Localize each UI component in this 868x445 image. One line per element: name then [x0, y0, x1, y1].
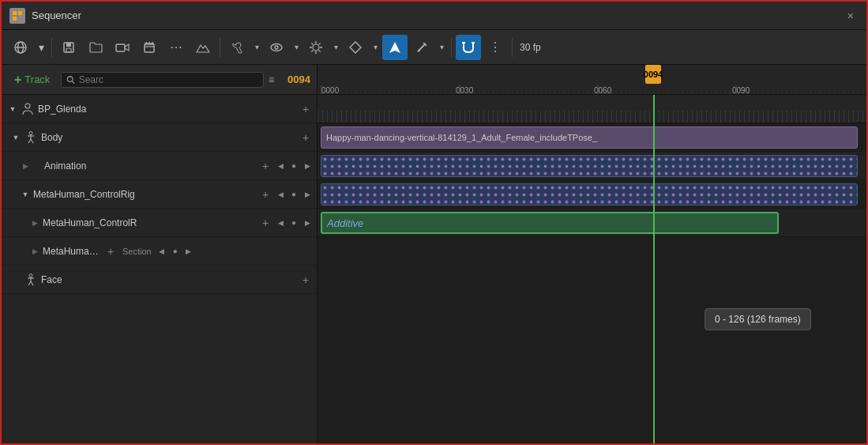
- track-row-body[interactable]: ▼ Body +: [2, 123, 317, 152]
- eye-dropdown[interactable]: ▾: [291, 35, 302, 60]
- sparkle-button[interactable]: [303, 35, 329, 60]
- clip-animation[interactable]: Happy-man-dancing-vertical-814129_1_Adul…: [321, 126, 858, 149]
- frame-counter: 0094: [279, 74, 310, 85]
- track-list-panel: + Track ≡ 0094 ▼ BP_Glenda +: [2, 65, 318, 445]
- track-row-mhcr2[interactable]: ▶ MetaHuman_ControlR + ◀ ● ▶: [2, 209, 317, 237]
- terrain-button[interactable]: [190, 35, 216, 60]
- add-btn-mhcr2[interactable]: +: [257, 215, 273, 231]
- svg-line-43: [31, 139, 33, 143]
- title-bar: Sequencer ×: [2, 2, 866, 30]
- tooltip-text: 0 - 126 (126 frames): [715, 314, 801, 325]
- svg-marker-30: [350, 42, 361, 53]
- dot-mhcr2[interactable]: ●: [287, 217, 300, 229]
- clip-controlrig[interactable]: [321, 155, 858, 177]
- diamond-button[interactable]: [343, 35, 368, 60]
- add-btn-animation[interactable]: +: [257, 158, 273, 174]
- dot-mhcr[interactable]: ●: [287, 188, 300, 201]
- pen-dropdown[interactable]: ▾: [436, 35, 447, 60]
- track-label-mhcr: MetaHuman_ControlRig: [30, 189, 257, 200]
- globe-dropdown-button[interactable]: ▾: [35, 35, 47, 60]
- mhco-mini-btns: + Section ◀ ● ▶: [103, 243, 195, 259]
- search-icon: [66, 75, 75, 85]
- playhead-number: 0094: [644, 70, 663, 79]
- svg-line-28: [319, 43, 321, 44]
- track-label-animation: Animation: [30, 160, 257, 172]
- playhead-marker[interactable]: 0094: [645, 65, 661, 84]
- add-btn-bp-glenda[interactable]: +: [298, 101, 314, 117]
- svg-point-44: [29, 273, 32, 277]
- add-btn-body[interactable]: +: [298, 130, 314, 145]
- svg-point-36: [68, 76, 73, 81]
- svg-marker-31: [389, 42, 400, 53]
- timeline-body[interactable]: Happy-man-dancing-vertical-814129_1_Adul…: [318, 95, 866, 445]
- svg-line-27: [319, 50, 321, 51]
- track-toolbar: + Track ≡ 0094: [2, 65, 317, 95]
- add-btn-face[interactable]: +: [298, 272, 314, 288]
- more-button-1[interactable]: ⋯: [163, 35, 189, 60]
- eye-button[interactable]: [264, 35, 289, 60]
- expand-icon-mhcr2: ▶: [30, 218, 39, 228]
- sep1: [51, 38, 52, 57]
- clip-additive[interactable]: Additive: [321, 212, 779, 234]
- svg-point-38: [25, 104, 30, 108]
- timeline-ruler[interactable]: 0094 0000 0030 0060 0090 0120: [318, 65, 866, 95]
- arrow-left-mhcr2[interactable]: ◀: [274, 217, 287, 229]
- arrow-right-mhcr[interactable]: ▶: [301, 188, 314, 201]
- add-track-button[interactable]: + Track: [8, 70, 56, 90]
- arrow-left-animation[interactable]: ◀: [274, 160, 287, 172]
- track-label-mhco: MetaHuman_Co: [39, 246, 103, 257]
- dot-animation[interactable]: ●: [287, 160, 300, 172]
- globe-button[interactable]: [8, 35, 33, 60]
- magnet-button[interactable]: [456, 35, 481, 60]
- clip-dots2-svg: [321, 184, 857, 205]
- track-row-mhco[interactable]: ▶ MetaHuman_Co + Section ◀ ● ▶: [2, 237, 317, 266]
- pen-button[interactable]: [409, 35, 434, 60]
- svg-point-39: [29, 131, 32, 134]
- dot-mhco[interactable]: ●: [169, 245, 182, 258]
- wrench-dropdown[interactable]: ▾: [251, 35, 262, 60]
- track-row-metahuman-controlrig[interactable]: ▼ MetaHuman_ControlRig + ◀ ● ▶: [2, 180, 317, 209]
- arrow-left-mhcr[interactable]: ◀: [274, 188, 287, 201]
- expand-icon-body: ▼: [11, 133, 21, 142]
- svg-rect-1: [18, 11, 22, 15]
- svg-point-21: [313, 44, 319, 51]
- animation-mini-btns: + ◀ ● ▶: [257, 158, 314, 174]
- person-icon: [21, 102, 35, 116]
- expand-icon-face: ▶: [11, 275, 21, 285]
- svg-point-20: [275, 46, 278, 49]
- more-button-2[interactable]: ⋮: [483, 35, 508, 60]
- save-button[interactable]: [56, 35, 81, 60]
- track-label-bp-glenda: BP_Glenda: [38, 104, 298, 115]
- arrow-right-mhco[interactable]: ▶: [182, 245, 195, 258]
- arrow-right-mhcr2[interactable]: ▶: [301, 217, 314, 229]
- expand-icon-mhco: ▶: [30, 247, 39, 256]
- clip-controlrig2[interactable]: [321, 183, 858, 206]
- folder-button[interactable]: [83, 35, 108, 60]
- filter-icon[interactable]: ≡: [269, 74, 274, 85]
- diamond-dropdown[interactable]: ▾: [370, 35, 381, 60]
- tl-row-animation: Happy-man-dancing-vertical-814129_1_Adul…: [318, 123, 866, 152]
- clapperboard-button[interactable]: [137, 35, 162, 60]
- track-row-face[interactable]: ▶ Face +: [2, 266, 317, 294]
- track-label-mhcr2: MetaHuman_ControlR: [39, 217, 257, 228]
- add-btn-mhco[interactable]: +: [103, 243, 118, 259]
- arrow-left-mhco[interactable]: ◀: [156, 245, 168, 258]
- sparkle-dropdown[interactable]: ▾: [330, 35, 341, 60]
- tl-row-controlrig2: [318, 180, 866, 209]
- wrench-button[interactable]: [224, 35, 250, 60]
- nav-active-button[interactable]: [382, 35, 408, 60]
- track-row-animation[interactable]: ▶ Animation + ◀ ● ▶: [2, 152, 317, 180]
- svg-rect-64: [321, 156, 857, 176]
- close-button[interactable]: ×: [843, 8, 859, 24]
- search-input[interactable]: [79, 74, 258, 85]
- svg-rect-62: [318, 95, 866, 123]
- camera-button[interactable]: [110, 35, 135, 60]
- expand-icon-mhcr: ▼: [21, 190, 30, 199]
- add-btn-mhcr[interactable]: +: [257, 187, 273, 202]
- main-layout: + Track ≡ 0094 ▼ BP_Glenda +: [2, 65, 866, 445]
- svg-line-47: [28, 281, 31, 285]
- arrow-right-animation[interactable]: ▶: [301, 160, 314, 172]
- track-row-bp-glenda[interactable]: ▼ BP_Glenda +: [2, 95, 317, 123]
- svg-rect-3: [18, 17, 22, 21]
- add-track-plus-icon: +: [14, 73, 21, 87]
